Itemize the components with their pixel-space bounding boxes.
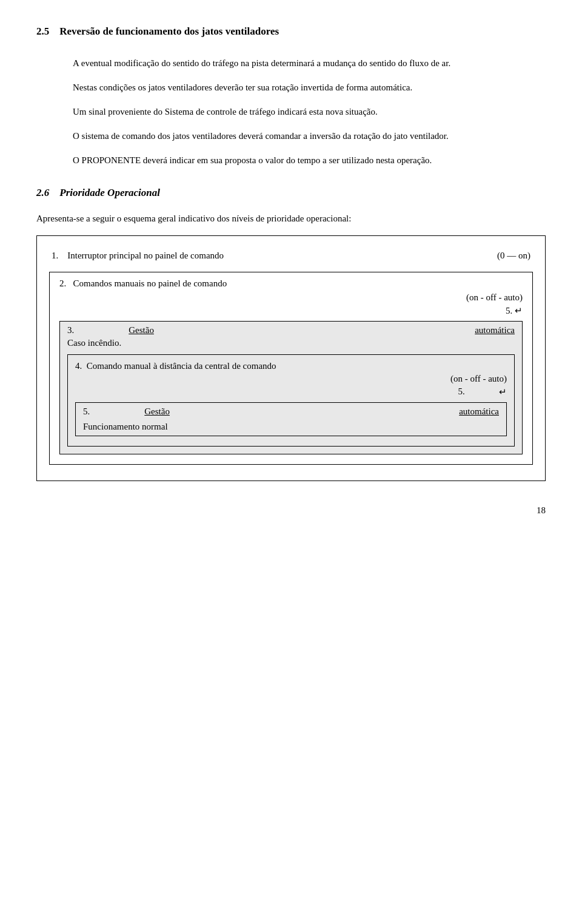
paragraph-5: O PROPONENTE deverá indicar em sua propo…	[36, 153, 546, 167]
section26-intro: Apresenta-se a seguir o esquema geral in…	[36, 211, 546, 226]
level4-arrow: ↵	[499, 386, 507, 397]
level2-value: (on - off - auto)	[59, 292, 523, 303]
level1-label-text: 1. Interruptor principal no painel de co…	[52, 251, 224, 261]
level4-sub5: 5.	[458, 386, 465, 397]
section-title-text: Reversão de funcionamento dos jatos vent…	[59, 25, 279, 37]
priority-box-3: 3. Gestão automática Caso incêndio. 4. C…	[59, 321, 523, 454]
level2-header: 2. Comandos manuais no painel de comando	[59, 278, 523, 289]
level4-header: 4. Comando manual à distância da central…	[75, 361, 507, 371]
level5-text: Gestão	[144, 406, 170, 416]
level2-sub: 5. ↵	[59, 305, 523, 316]
priority-box-2: 2. Comandos manuais no painel de comando…	[49, 272, 533, 465]
level5-row: 5. Gestão automática	[83, 406, 499, 417]
section26-number: 2.6	[36, 187, 49, 198]
section-26-title: 2.6 Prioridade Operacional	[36, 187, 546, 199]
priority-box-5: 5. Gestão automática Funcionamento norma…	[75, 402, 507, 436]
level2-label: 2.	[59, 278, 66, 288]
level3-value: automática	[475, 325, 515, 336]
caso-incendio: Caso incêndio.	[67, 336, 515, 351]
level3-label: 3.	[67, 325, 74, 335]
level2-text: Comandos manuais no painel de comando	[73, 278, 227, 288]
level5-label: 5.	[83, 406, 90, 416]
level3-text: Gestão	[129, 325, 154, 335]
priority-box-4: 4. Comando manual à distância da central…	[67, 354, 515, 447]
paragraph-3: Um sinal proveniente do Sistema de contr…	[36, 104, 546, 119]
funcionamento-normal: Funcionamento normal	[83, 419, 499, 432]
paragraph-2: Nestas condições os jatos ventiladores d…	[36, 80, 546, 95]
section26-title-text: Prioridade Operacional	[59, 187, 160, 198]
level4-value: (on - off - auto)	[75, 374, 507, 384]
level4-text: Comando manual à distância da central de…	[87, 361, 276, 371]
paragraph-1: A eventual modificação do sentido do trá…	[36, 56, 546, 70]
page-content: 2.5 Reversão de funcionamento dos jatos …	[36, 24, 546, 516]
level5-label-text: 5. Gestão	[83, 406, 170, 417]
section-number: 2.5	[36, 25, 49, 37]
level3-label-text: 3. Gestão	[67, 325, 154, 336]
page-number: 18	[36, 505, 546, 516]
level1-text: Interruptor principal no painel de coman…	[67, 251, 224, 260]
level3-row: 3. Gestão automática	[67, 325, 515, 336]
level4-label: 4.	[75, 361, 82, 371]
priority-box-1: 1. Interruptor principal no painel de co…	[36, 235, 546, 481]
level1-value: (0 — on)	[497, 251, 530, 261]
level1-label: 1.	[52, 251, 58, 260]
paragraph-4: O sistema de comando dos jatos ventilado…	[36, 129, 546, 143]
level5-value: automática	[459, 406, 499, 417]
section-title: 2.5 Reversão de funcionamento dos jatos …	[36, 24, 546, 39]
level4-sub: 5. ↵	[75, 386, 507, 397]
priority-row-1: 1. Interruptor principal no painel de co…	[49, 246, 533, 266]
